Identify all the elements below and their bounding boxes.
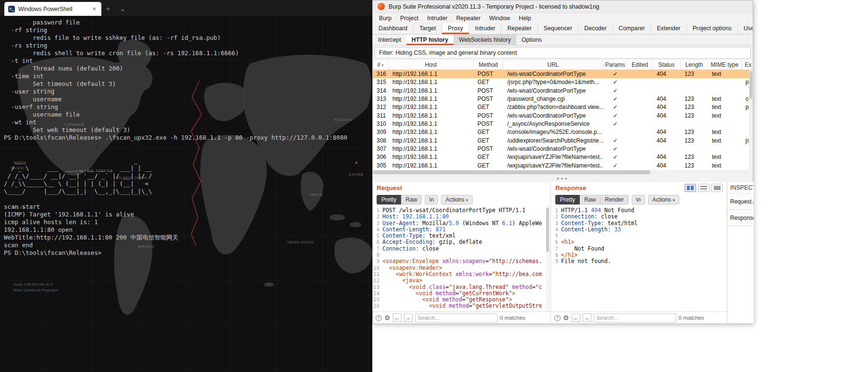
tab-close-icon[interactable]: ×: [91, 5, 98, 12]
terminal-tab[interactable]: >_ Windows PowerShell ×: [4, 2, 101, 16]
inspector-section-response-headers[interactable]: Response Headers: [727, 210, 754, 226]
subtab-websockets-history[interactable]: WebSockets history: [453, 35, 516, 45]
view-tab-render[interactable]: Render: [600, 195, 628, 204]
burp-title-bar: Burp Suite Professional v2020.11.3 - Tem…: [373, 0, 753, 13]
view-tab-pretty[interactable]: Pretty: [377, 195, 401, 204]
menu-item-intruder[interactable]: Intruder: [423, 15, 452, 22]
request-title: Request: [377, 184, 546, 192]
map-label: Miller Cylindrical Projection: [13, 288, 58, 292]
inspector-section-request-attributes[interactable]: Request Attributes: [727, 193, 754, 210]
tab-extender[interactable]: Extender: [651, 23, 686, 34]
code-line: 10 <soapenv:Header>: [373, 265, 550, 271]
table-row[interactable]: 311http://192.168.1.1POST/wls-wsat/Coord…: [373, 112, 753, 120]
table-row[interactable]: 313http://192.168.1.1POST/password_chang…: [373, 95, 753, 103]
response-content[interactable]: 1HTTP/1.1 404 Not Found2Connection: clos…: [551, 206, 727, 312]
column-header-ex[interactable]: Ex: [742, 60, 755, 70]
subtab-http-history[interactable]: HTTP history: [406, 35, 453, 45]
tab-repeater[interactable]: Repeater: [501, 23, 538, 34]
column-header-host[interactable]: Host: [389, 60, 474, 70]
menu-item-burp[interactable]: Burp: [375, 15, 396, 22]
code-line: 2Host: 192.168.1.1:80: [373, 214, 550, 220]
menu-item-project[interactable]: Project: [396, 15, 423, 22]
filter-bar[interactable]: Filter: Hiding CSS, image and general bi…: [375, 47, 751, 59]
new-tab-button[interactable]: +: [101, 2, 115, 16]
column-header-edited[interactable]: Edited: [627, 60, 653, 70]
tab-user-options[interactable]: User options: [738, 23, 753, 34]
tab-decoder[interactable]: Decoder: [578, 23, 612, 34]
next-match-button[interactable]: →: [583, 313, 591, 322]
table-row[interactable]: 315http://192.168.1.1GET/jsrpc.php?type=…: [373, 78, 753, 86]
subtab-intercept[interactable]: Intercept: [373, 35, 406, 45]
inspector-panel: INSPECTOR Request AttributesResponse Hea…: [727, 182, 754, 324]
table-row[interactable]: 306http://192.168.1.1GET/wxjsapi/saveYZJ…: [373, 153, 753, 161]
code-line: 11 <work:WorkContext xmlns:work="http://…: [373, 271, 550, 277]
request-scrollbar[interactable]: [546, 206, 550, 312]
tab-target[interactable]: Target: [414, 23, 442, 34]
column-header-params[interactable]: Params: [603, 60, 627, 70]
menu-item-help[interactable]: Help: [514, 15, 535, 22]
settings-gear-icon[interactable]: ⚙: [563, 314, 569, 321]
response-match-count: 0 matches: [679, 315, 704, 321]
help-icon[interactable]: ?: [376, 315, 382, 321]
subtab-options[interactable]: Options: [516, 35, 547, 45]
response-search-input[interactable]: [594, 313, 676, 323]
settings-gear-icon[interactable]: ⚙: [384, 314, 391, 321]
tab-sequencer[interactable]: Sequencer: [538, 23, 578, 34]
table-row[interactable]: 307http://192.168.1.1POST/wls-wsat/Coord…: [373, 145, 753, 153]
tab-project-options[interactable]: Project options: [687, 23, 738, 34]
prev-match-button[interactable]: ←: [393, 313, 402, 322]
actions-button[interactable]: Actions ▾: [441, 195, 472, 204]
menu-item-repeater[interactable]: Repeater: [452, 15, 485, 22]
message-editor-area: Request PrettyRaw\nActions ▾ 1POST /wls-…: [373, 182, 753, 324]
code-line: 8</h1>: [551, 252, 727, 258]
filter-text: Filter: Hiding CSS, image and general bi…: [379, 49, 517, 56]
column-header-length[interactable]: Length: [681, 60, 708, 70]
column-header-method[interactable]: Method: [474, 60, 503, 70]
request-match-count: 0 matches: [500, 315, 526, 321]
prev-match-button[interactable]: ←: [572, 313, 580, 322]
history-table: 316http://192.168.1.1POST/wls-wsat/Coord…: [373, 70, 753, 170]
tab-proxy[interactable]: Proxy: [442, 23, 469, 34]
column-header-mime-type[interactable]: MIME type: [708, 60, 742, 70]
tab-comparer[interactable]: Comparer: [613, 23, 651, 34]
main-tab-bar: DashboardTargetProxyIntruderRepeaterSequ…: [373, 23, 753, 35]
request-search-bar: ? ⚙ ← → 0 matches: [373, 312, 550, 324]
layout-columns-button[interactable]: [685, 184, 696, 192]
tab-dashboard[interactable]: Dashboard: [373, 23, 414, 34]
newline-toggle-button[interactable]: \n: [632, 195, 645, 204]
view-tab-raw[interactable]: Raw: [401, 195, 422, 204]
layout-rows-button[interactable]: [698, 184, 709, 192]
view-tab-pretty[interactable]: Pretty: [555, 195, 580, 204]
tab-intruder[interactable]: Intruder: [469, 23, 501, 34]
table-horizontal-scrollbar[interactable]: [373, 170, 753, 175]
table-row[interactable]: 310http://192.168.1.1POST/_async/AsyncRe…: [373, 120, 753, 128]
next-match-button[interactable]: →: [404, 313, 413, 322]
table-row[interactable]: 309http://192.168.1.1GET/console/images/…: [373, 128, 753, 136]
burp-logo-icon: [378, 3, 385, 10]
table-row[interactable]: 316http://192.168.1.1POST/wls-wsat/Coord…: [373, 70, 753, 78]
table-row[interactable]: 305http://192.168.1.1GET/wxjsapi/saveYZJ…: [373, 162, 753, 170]
menu-item-window[interactable]: Window: [485, 15, 514, 22]
request-content[interactable]: 1POST /wls-wsat/CoordinatorPortType HTTP…: [373, 206, 550, 312]
table-vertical-scrollbar[interactable]: [749, 70, 753, 170]
request-search-input[interactable]: [415, 313, 498, 323]
table-row[interactable]: 314http://192.168.1.1POST/wls-wsat/Coord…: [373, 87, 753, 95]
code-line: 2Connection: close: [551, 214, 727, 220]
column-header-status[interactable]: Status: [653, 60, 681, 70]
code-line: 12 <java>: [373, 277, 550, 284]
column-header-url[interactable]: URL: [503, 60, 603, 70]
layout-single-button[interactable]: [711, 184, 723, 192]
column-header-[interactable]: # ▾: [373, 60, 389, 70]
terminal-body[interactable]: GreenlandCANADARUSSIAUNITED STATESCHINAI…: [0, 16, 372, 372]
view-tab-raw[interactable]: Raw: [580, 195, 600, 204]
table-row[interactable]: 308http://192.168.1.1GET/uddiexplorer/Se…: [373, 137, 753, 145]
table-row[interactable]: 312http://192.168.1.1GET/zabbix.php?acti…: [373, 103, 753, 111]
code-line: 16 <void method="getServletOutputStre: [373, 303, 550, 309]
tab-dropdown-button[interactable]: ⌄: [115, 2, 130, 16]
response-panel: Response PrettyRawRender\nActions ▾ 1HTT…: [551, 182, 727, 324]
newline-toggle-button[interactable]: \n: [425, 195, 438, 204]
editor-splitter[interactable]: ●●●: [373, 175, 753, 182]
help-icon[interactable]: ?: [554, 315, 561, 321]
actions-button[interactable]: Actions ▾: [648, 195, 679, 204]
request-panel: Request PrettyRaw\nActions ▾ 1POST /wls-…: [373, 182, 550, 324]
